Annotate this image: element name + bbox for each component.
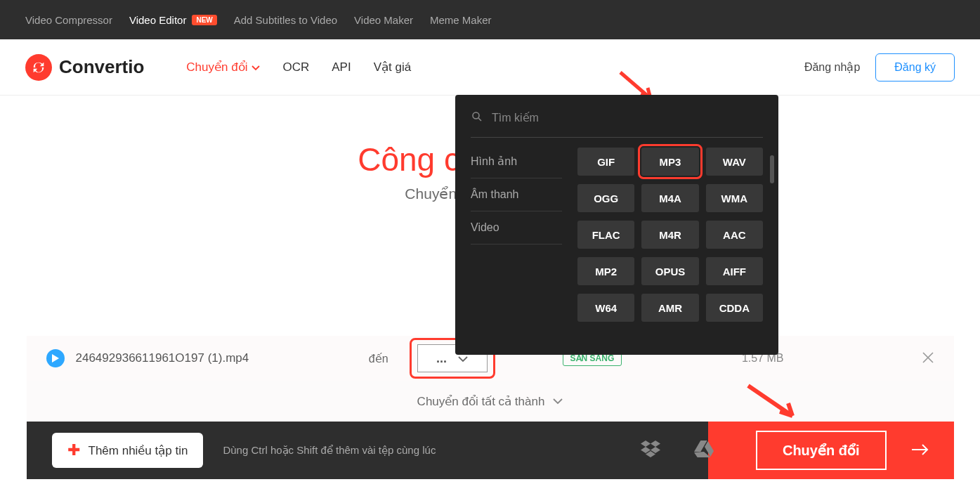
- nav-right: Đăng nhập Đăng ký: [804, 53, 955, 81]
- logo-text: Convertio: [59, 56, 144, 78]
- search-icon: [471, 110, 483, 126]
- dropdown-body: Hình ảnh Âm thanh Video GIF MP3 WAV OGG …: [471, 138, 763, 355]
- format-dropdown: Hình ảnh Âm thanh Video GIF MP3 WAV OGG …: [455, 95, 778, 355]
- format-aac[interactable]: AAC: [706, 221, 763, 249]
- logo-icon: [25, 54, 52, 81]
- tools-top-bar: Video Compressor Video Editor NEW Add Su…: [0, 0, 980, 39]
- nav-items: Chuyển đổi OCR API Vật giá: [186, 60, 411, 74]
- cloud-sources: [641, 440, 714, 460]
- top-link-editor-label: Video Editor: [129, 14, 186, 26]
- category-video[interactable]: Video: [471, 211, 562, 244]
- logo[interactable]: Convertio: [25, 54, 144, 81]
- format-gif[interactable]: GIF: [577, 148, 634, 176]
- file-area: 246492936611961O197 (1).mp4 đến ... SẴN …: [27, 336, 954, 479]
- output-format-value: ...: [436, 351, 447, 366]
- format-cdda[interactable]: CDDA: [706, 294, 763, 322]
- format-w64[interactable]: W64: [577, 294, 634, 322]
- main-nav: Convertio Chuyển đổi OCR API Vật giá Đăn…: [0, 39, 980, 96]
- top-link-subtitles[interactable]: Add Subtitles to Video: [234, 14, 337, 26]
- remove-file-button[interactable]: [922, 348, 934, 368]
- format-m4r[interactable]: M4R: [641, 221, 698, 249]
- dropdown-search-input[interactable]: [492, 112, 763, 124]
- category-audio[interactable]: Âm thanh: [471, 178, 562, 211]
- format-m4a[interactable]: M4A: [641, 184, 698, 212]
- format-amr[interactable]: AMR: [641, 294, 698, 322]
- format-wma[interactable]: WMA: [706, 184, 763, 212]
- nav-convert[interactable]: Chuyển đổi: [186, 60, 260, 74]
- dropdown-search-row: [471, 106, 763, 138]
- category-list: Hình ảnh Âm thanh Video: [471, 138, 562, 355]
- convert-all-label: Chuyển đổi tất cả thành: [417, 394, 545, 409]
- chevron-down-icon: [251, 60, 260, 74]
- login-link[interactable]: Đăng nhập: [804, 60, 860, 74]
- format-mp3[interactable]: MP3: [641, 148, 698, 176]
- nav-ocr[interactable]: OCR: [282, 60, 309, 74]
- format-flac[interactable]: FLAC: [577, 221, 634, 249]
- format-grid: GIF MP3 WAV OGG M4A WMA FLAC M4R AAC MP2…: [562, 138, 763, 355]
- new-badge: NEW: [192, 15, 216, 25]
- nav-api[interactable]: API: [332, 60, 351, 74]
- convert-button[interactable]: Chuyển đổi: [756, 431, 887, 470]
- format-aiff[interactable]: AIFF: [706, 257, 763, 285]
- format-opus[interactable]: OPUS: [641, 257, 698, 285]
- signup-button[interactable]: Đăng ký: [875, 53, 955, 81]
- top-link-videomaker[interactable]: Video Maker: [354, 14, 413, 26]
- svg-point-0: [473, 112, 479, 119]
- format-mp2[interactable]: MP2: [577, 257, 634, 285]
- top-link-compressor[interactable]: Video Compressor: [25, 14, 112, 26]
- top-link-mememaker[interactable]: Meme Maker: [430, 14, 492, 26]
- multi-select-hint: Dùng Ctrl hoặc Shift để thêm vài tệp cùn…: [223, 444, 436, 457]
- format-ogg[interactable]: OGG: [577, 184, 634, 212]
- to-label: đến: [369, 352, 388, 365]
- nav-convert-label: Chuyển đổi: [186, 60, 247, 74]
- plus-icon: ✚: [67, 441, 80, 459]
- add-more-label: Thêm nhiều tập tin: [89, 443, 188, 458]
- arrow-right-icon[interactable]: [912, 440, 929, 460]
- play-icon[interactable]: [46, 349, 65, 367]
- category-image[interactable]: Hình ảnh: [471, 145, 562, 178]
- add-more-files-button[interactable]: ✚ Thêm nhiều tập tin: [52, 433, 204, 468]
- top-link-editor[interactable]: Video Editor NEW: [129, 14, 217, 26]
- footer-action-bar: ✚ Thêm nhiều tập tin Dùng Ctrl hoặc Shif…: [27, 422, 954, 479]
- convert-all-row[interactable]: Chuyển đổi tất cả thành: [27, 381, 954, 422]
- format-wav[interactable]: WAV: [706, 148, 763, 176]
- google-drive-icon[interactable]: [694, 440, 714, 460]
- chevron-down-icon: [553, 394, 563, 408]
- dropbox-icon[interactable]: [641, 440, 660, 460]
- dropdown-scrollbar[interactable]: [770, 155, 774, 183]
- nav-pricing[interactable]: Vật giá: [374, 60, 411, 74]
- file-name: 246492936611961O197 (1).mp4: [76, 351, 249, 365]
